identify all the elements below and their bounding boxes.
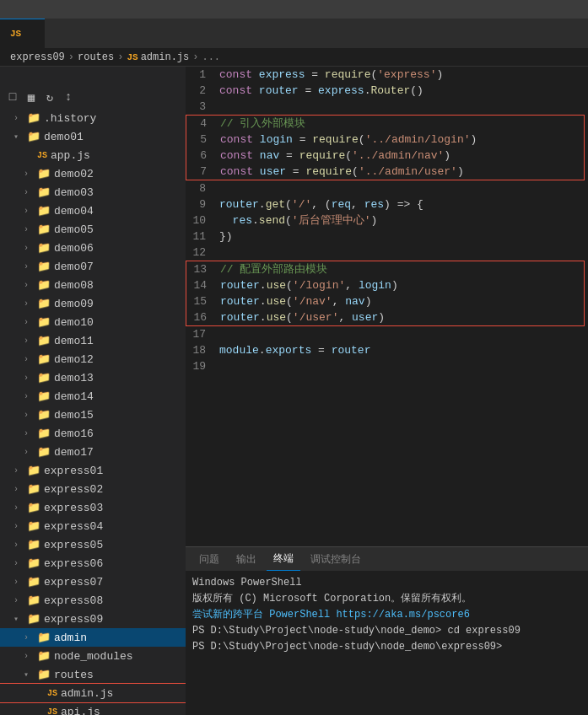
tree-item[interactable]: ›📁demo11 [0, 331, 186, 350]
folder-label: demo04 [54, 205, 94, 218]
folder-icon: 📁 [37, 631, 51, 644]
code-line: 7const user = require('../admin/user') [186, 164, 584, 180]
folder-icon: 📁 [37, 315, 51, 329]
tree-item[interactable]: ▾📁express09 [0, 610, 186, 628]
code-line: 15router.use('/nav', nav) [186, 293, 584, 309]
tree-item[interactable]: ›📁demo06 [0, 239, 186, 257]
tree-item[interactable]: ›📁express02 [0, 480, 186, 498]
folder-label: express08 [44, 594, 103, 607]
refresh-button[interactable]: ↻ [40, 88, 59, 106]
breadcrumb-sep-3: › [192, 51, 198, 63]
panel-tab[interactable]: 终端 [267, 547, 300, 571]
tree-item[interactable]: ›📁demo08 [0, 276, 186, 294]
folder-arrow: ▾ [24, 669, 34, 680]
tree-item[interactable]: ›📁demo13 [0, 368, 186, 387]
folder-arrow: › [24, 225, 34, 234]
line-number: 18 [186, 342, 219, 358]
folder-arrow: › [24, 429, 34, 438]
panel-tab[interactable]: 问题 [192, 547, 226, 571]
folder-icon: 📁 [37, 297, 51, 310]
panel-tab[interactable]: 输出 [229, 547, 263, 571]
breadcrumb-part-2[interactable]: routes [78, 51, 114, 63]
tree-item[interactable]: ›📁demo10 [0, 313, 186, 331]
folder-arrow: › [24, 318, 34, 327]
folder-icon: 📁 [27, 111, 40, 125]
tree-item[interactable]: ▾📁routes [0, 665, 186, 684]
tree-item[interactable]: ›📁express08 [0, 591, 186, 610]
panel-content: Windows PowerShell版权所有 (C) Microsoft Cor… [186, 571, 588, 715]
tree-item[interactable]: JSapp.js [0, 146, 186, 164]
folder-icon: 📁 [27, 612, 40, 626]
tree-item[interactable]: ›📁demo17 [0, 443, 186, 461]
tree-item[interactable]: ›📁demo12 [0, 350, 186, 368]
main-layout: □ ▦ ↻ ↕ ›📁.history▾📁demo01 JSapp.js›📁dem… [0, 67, 588, 715]
collapse-button[interactable]: ↕ [59, 88, 78, 106]
tree-item[interactable]: ›📁express06 [0, 554, 186, 573]
line-content: const user = require('../admin/user') [220, 164, 584, 180]
tree-item[interactable]: ›📁demo16 [0, 424, 186, 443]
folder-icon: 📁 [37, 371, 51, 384]
tree-item[interactable]: ›📁demo04 [0, 202, 186, 220]
file-label: api.js [61, 706, 100, 716]
code-line: 5const login = require('../admin/login') [186, 132, 584, 148]
tree-item[interactable]: ›📁express04 [0, 517, 186, 535]
folder-icon: 📁 [37, 427, 51, 440]
code-line: 13// 配置外部路由模块 [186, 261, 584, 277]
folder-arrow: › [13, 540, 24, 550]
tree-item[interactable]: ›📁admin [0, 628, 186, 647]
tree-item[interactable]: ›📁demo03 [0, 183, 186, 202]
tree-item[interactable]: ›📁demo15 [0, 406, 186, 424]
folder-arrow: › [24, 448, 34, 457]
line-number: 7 [186, 164, 220, 180]
tree-item[interactable]: JSapi.js [0, 702, 186, 715]
tree-item[interactable]: ›📁demo09 [0, 294, 186, 313]
new-file-button[interactable]: □ [3, 88, 22, 106]
tree-item[interactable]: ›📁express03 [0, 498, 186, 517]
folder-icon: 📁 [27, 482, 40, 496]
line-content: module.exports = router [219, 342, 588, 358]
folder-icon: 📁 [37, 668, 51, 681]
tree-item[interactable]: ›📁express07 [0, 573, 186, 591]
tree-item[interactable]: ›📁demo05 [0, 220, 186, 239]
line-number: 15 [186, 293, 220, 309]
js-icon: JS [47, 707, 57, 716]
breadcrumb-part-1[interactable]: express09 [10, 51, 65, 63]
folder-label: express09 [44, 613, 103, 626]
folder-icon: 📁 [37, 223, 51, 236]
folder-arrow: › [24, 633, 34, 642]
breadcrumb-part-3[interactable]: admin.js [141, 51, 190, 63]
tree-item[interactable]: ›📁express01 [0, 461, 186, 480]
folder-arrow: ▾ [13, 614, 24, 624]
line-content: const router = express.Router() [219, 83, 588, 99]
code-line: 18module.exports = router [186, 342, 588, 358]
line-number: 3 [186, 99, 219, 115]
code-line: 16router.use('/user', user) [186, 309, 584, 325]
tree-item[interactable]: ›📁demo14 [0, 387, 186, 406]
panel-tab[interactable]: 调试控制台 [304, 547, 368, 571]
code-line: 12 [186, 245, 588, 261]
line-content [219, 358, 588, 374]
tree-item[interactable]: ›📁demo07 [0, 257, 186, 276]
folder-icon: 📁 [37, 241, 51, 255]
folder-arrow: › [13, 578, 24, 587]
tree-item[interactable]: ›📁.history [0, 109, 186, 127]
tree-item[interactable]: ›📁node_modules [0, 647, 186, 665]
folder-arrow: › [24, 392, 34, 401]
folder-arrow: › [13, 485, 24, 494]
folder-arrow: ▾ [13, 132, 24, 142]
tree-item[interactable]: ▾📁demo01 [0, 127, 186, 146]
new-folder-button[interactable]: ▦ [22, 88, 40, 106]
line-number: 1 [186, 67, 219, 83]
folder-arrow: › [24, 262, 34, 271]
folder-icon: 📁 [37, 204, 51, 218]
folder-icon: 📁 [27, 519, 40, 533]
code-editor: 1const express = require('express')2cons… [186, 67, 588, 546]
tab-admin-js[interactable]: JS [0, 19, 45, 48]
tree-item[interactable]: ›📁demo02 [0, 164, 186, 183]
folder-arrow: › [24, 244, 34, 253]
tree-item[interactable]: ›📁express05 [0, 535, 186, 554]
sidebar: □ ▦ ↻ ↕ ›📁.history▾📁demo01 JSapp.js›📁dem… [0, 67, 186, 715]
tree-item[interactable]: JSadmin.js [0, 684, 186, 702]
code-line: 17 [186, 326, 588, 342]
code-line: 10 res.send('后台管理中心') [186, 212, 588, 228]
